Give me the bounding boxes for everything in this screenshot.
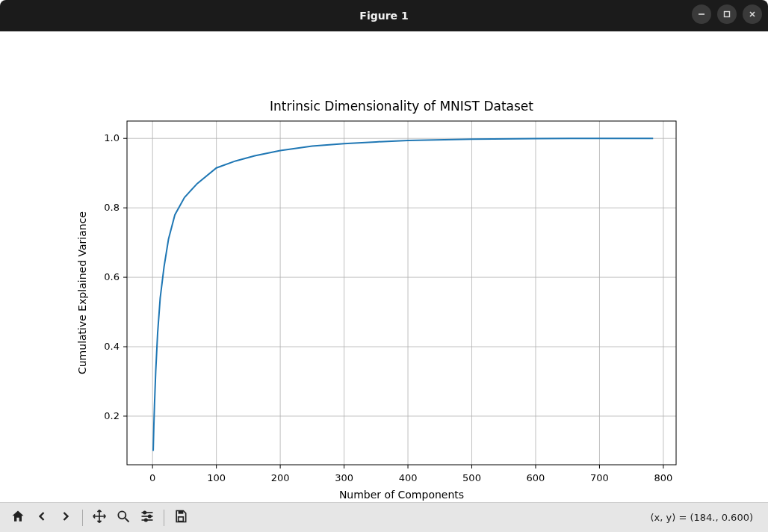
x-tick-label: 200	[271, 472, 290, 483]
x-tick-label: 400	[399, 472, 418, 483]
y-tick-label: 0.6	[104, 271, 120, 282]
svg-point-39	[149, 515, 151, 517]
arrow-right-icon	[58, 509, 73, 526]
coordinate-readout: (x, y) = (184., 0.600)	[650, 512, 761, 523]
forward-button[interactable]	[55, 507, 76, 528]
maximize-button[interactable]	[717, 4, 737, 24]
minimize-button[interactable]	[692, 4, 711, 24]
mpl-toolbar: (x, y) = (184., 0.600)	[0, 502, 768, 532]
toolbar-separator	[82, 510, 83, 526]
svg-rect-41	[179, 511, 184, 514]
x-tick-label: 300	[335, 472, 353, 483]
subplots-button[interactable]	[137, 507, 158, 528]
svg-point-38	[143, 511, 146, 513]
chart-title: Intrinsic Dimensionality of MNIST Datase…	[270, 99, 533, 114]
back-button[interactable]	[31, 507, 52, 528]
x-tick-label: 700	[590, 472, 609, 483]
window-titlebar: Figure 1	[0, 0, 768, 31]
window-title: Figure 1	[359, 10, 408, 22]
x-tick-label: 100	[207, 472, 226, 483]
line-series	[153, 138, 653, 451]
toolbar-separator	[164, 510, 164, 526]
save-icon	[173, 509, 188, 526]
save-button[interactable]	[170, 507, 191, 528]
arrow-left-icon	[34, 509, 49, 526]
close-button[interactable]	[743, 4, 762, 24]
x-tick-label: 600	[527, 472, 545, 483]
x-axis-label: Number of Components	[339, 489, 464, 501]
y-tick-label: 0.8	[104, 202, 120, 213]
home-icon	[10, 509, 25, 526]
svg-line-34	[126, 519, 129, 522]
y-axis-label: Cumulative Explained Variance	[76, 211, 88, 374]
y-tick-label: 0.2	[104, 410, 120, 421]
sliders-icon	[140, 509, 155, 526]
y-tick-label: 0.4	[104, 341, 120, 352]
x-tick-label: 0	[149, 472, 155, 483]
zoom-button[interactable]	[113, 507, 134, 528]
svg-rect-42	[179, 517, 184, 522]
window-controls	[692, 4, 762, 24]
pan-button[interactable]	[89, 507, 110, 528]
x-tick-label: 500	[462, 472, 481, 483]
svg-point-33	[118, 511, 126, 519]
svg-rect-18	[127, 121, 676, 465]
search-icon	[116, 509, 131, 526]
home-button[interactable]	[7, 507, 28, 528]
svg-rect-1	[725, 12, 730, 17]
plot-svg: 01002003004005006007008000.20.40.60.81.0…	[0, 31, 768, 502]
x-tick-label: 800	[654, 472, 672, 483]
figure-canvas[interactable]: 01002003004005006007008000.20.40.60.81.0…	[0, 31, 768, 502]
move-icon	[92, 509, 107, 526]
svg-point-40	[145, 519, 147, 521]
y-tick-label: 1.0	[104, 132, 120, 143]
